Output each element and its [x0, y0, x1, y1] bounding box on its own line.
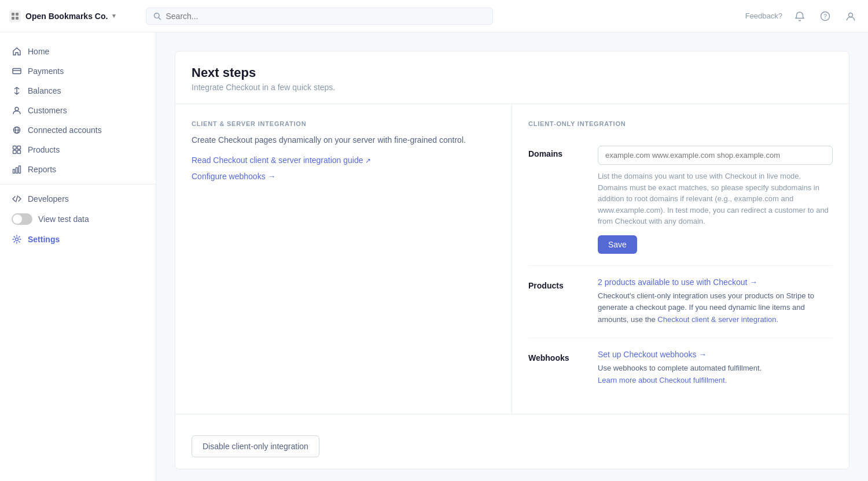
bottom-bar: Disable client-only integration [175, 414, 849, 469]
sidebar-item-balances[interactable]: Balances [0, 81, 156, 101]
client-only-col: CLIENT-ONLY INTEGRATION Domains List the… [512, 104, 849, 414]
svg-rect-16 [13, 146, 17, 150]
configure-webhooks-link[interactable]: Configure webhooks [192, 172, 276, 181]
client-only-heading: CLIENT-ONLY INTEGRATION [528, 120, 833, 127]
sidebar-label-settings: Settings [28, 235, 60, 244]
sidebar-label-reports: Reports [28, 165, 56, 174]
sidebar-item-home[interactable]: Home [0, 42, 156, 61]
svg-rect-0 [12, 13, 14, 16]
next-steps-card: Next steps Integrate Checkout in a few q… [175, 51, 849, 469]
developers-icon [12, 194, 22, 204]
search-input[interactable] [165, 12, 486, 21]
chevron-down-icon: ▾ [112, 12, 116, 20]
svg-point-12 [15, 108, 19, 111]
logo-icon [9, 10, 21, 22]
webhooks-content: Set up Checkout webhooks → Use webhooks … [598, 350, 833, 387]
company-logo[interactable]: Open Bookmarks Co. ▾ [9, 10, 137, 22]
view-test-data-toggle[interactable]: View test data [0, 209, 156, 230]
feedback-label[interactable]: Feedback? [745, 12, 782, 20]
svg-rect-2 [12, 17, 14, 20]
main-content: Next steps Integrate Checkout in a few q… [156, 32, 868, 481]
svg-rect-18 [13, 150, 17, 154]
webhooks-link[interactable]: Set up Checkout webhooks → [598, 350, 707, 359]
webhooks-label: Webhooks [528, 350, 586, 387]
home-icon [12, 46, 22, 57]
toggle-label: View test data [38, 214, 89, 224]
svg-rect-17 [17, 146, 21, 150]
company-name: Open Bookmarks Co. [25, 12, 108, 21]
products-label: Products [528, 278, 586, 326]
disable-client-only-button[interactable]: Disable client-only integration [192, 435, 319, 457]
products-icon [12, 145, 22, 155]
client-server-description: Create Checkout pages dynamically on you… [192, 134, 495, 146]
svg-rect-21 [16, 168, 18, 173]
products-row: Products 2 products available to use wit… [528, 266, 833, 338]
products-content: 2 products available to use with Checkou… [598, 278, 833, 326]
products-link2[interactable]: Checkout client & server integration. [657, 315, 778, 324]
domains-input[interactable] [598, 146, 833, 165]
user-avatar-icon[interactable] [843, 8, 859, 24]
settings-icon [12, 234, 22, 245]
save-button[interactable]: Save [598, 235, 637, 254]
client-server-heading: CLIENT & SERVER INTEGRATION [192, 120, 495, 127]
search-icon [153, 12, 161, 20]
sidebar-label-developers: Developers [28, 194, 69, 204]
sidebar-item-reports[interactable]: Reports [0, 160, 156, 179]
reports-icon [12, 164, 22, 175]
sidebar-item-connected-accounts[interactable]: Connected accounts [0, 120, 156, 140]
search-bar[interactable] [146, 8, 493, 25]
notification-bell-icon[interactable] [792, 8, 808, 24]
integration-grid: CLIENT & SERVER INTEGRATION Create Check… [175, 104, 849, 414]
svg-line-23 [16, 196, 18, 202]
sidebar-label-home: Home [28, 47, 49, 56]
customers-icon [12, 105, 22, 116]
svg-point-24 [16, 238, 19, 241]
svg-rect-19 [17, 150, 21, 154]
card-header: Next steps Integrate Checkout in a few q… [175, 51, 849, 104]
payments-icon [12, 66, 22, 76]
sidebar: Home Payments Balances Customers Connect… [0, 32, 156, 481]
webhooks-description: Use webhooks to complete automated fulfi… [598, 362, 833, 387]
svg-text:?: ? [823, 13, 827, 20]
svg-rect-20 [13, 169, 15, 173]
svg-rect-1 [16, 13, 19, 16]
balances-icon [12, 86, 22, 96]
client-server-col: CLIENT & SERVER INTEGRATION Create Check… [175, 104, 512, 414]
sidebar-item-settings[interactable]: Settings [0, 230, 156, 249]
domains-label: Domains [528, 146, 586, 254]
svg-rect-22 [19, 166, 21, 173]
page-subtitle: Integrate Checkout in a few quick steps. [192, 83, 833, 92]
domains-row: Domains List the domains you want to use… [528, 134, 833, 266]
svg-point-8 [849, 13, 853, 17]
webhooks-link2[interactable]: Learn more about Checkout fulfillment. [598, 376, 727, 384]
domains-content: List the domains you want to use with Ch… [598, 146, 833, 254]
help-icon[interactable]: ? [817, 8, 833, 24]
domains-help-text: List the domains you want to use with Ch… [598, 171, 833, 227]
svg-rect-9 [13, 69, 21, 74]
sidebar-item-customers[interactable]: Customers [0, 101, 156, 120]
svg-line-5 [159, 17, 160, 19]
sidebar-label-products: Products [28, 145, 60, 154]
svg-rect-3 [16, 17, 19, 20]
page-title: Next steps [192, 65, 833, 80]
webhooks-row: Webhooks Set up Checkout webhooks → Use … [528, 338, 833, 398]
sidebar-label-payments: Payments [28, 66, 64, 76]
topbar-actions: Feedback? ? [745, 8, 859, 24]
read-guide-link[interactable]: Read Checkout client & server integratio… [192, 156, 371, 165]
products-description: Checkout's client-only integration uses … [598, 290, 833, 326]
sidebar-label-connected-accounts: Connected accounts [28, 125, 102, 135]
sidebar-item-products[interactable]: Products [0, 140, 156, 160]
sidebar-item-developers[interactable]: Developers [0, 189, 156, 209]
sidebar-divider [0, 184, 156, 184]
connected-accounts-icon [12, 125, 22, 135]
toggle-switch[interactable] [12, 213, 32, 225]
topbar: Open Bookmarks Co. ▾ Feedback? ? [0, 0, 868, 32]
sidebar-label-customers: Customers [28, 106, 67, 115]
sidebar-label-balances: Balances [28, 86, 61, 95]
sidebar-item-payments[interactable]: Payments [0, 61, 156, 81]
products-link[interactable]: 2 products available to use with Checkou… [598, 278, 757, 287]
